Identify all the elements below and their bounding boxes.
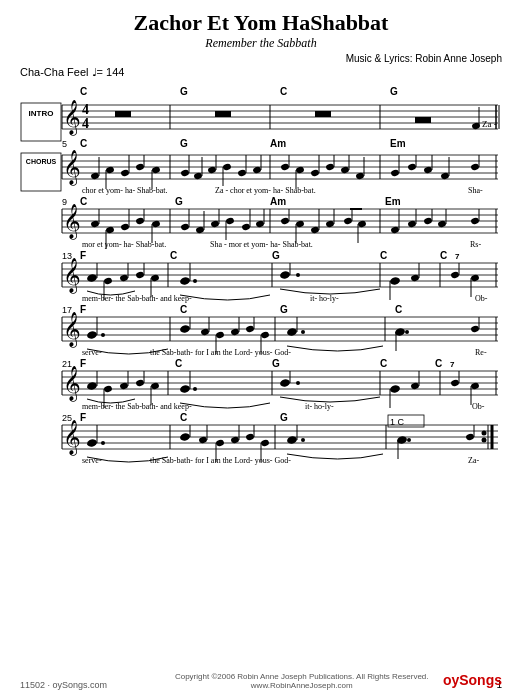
svg-text:Am: Am: [270, 138, 286, 149]
svg-text:mem-ber- the Sab-bath- and kee: mem-ber- the Sab-bath- and keep-: [82, 402, 192, 411]
svg-point-321: [245, 433, 254, 441]
svg-point-265: [103, 385, 112, 393]
main-title: Zachor Et Yom HaShabbat: [20, 10, 502, 36]
svg-text:C: C: [80, 196, 87, 207]
svg-text:𝄞: 𝄞: [63, 420, 81, 456]
svg-point-279: [389, 384, 400, 393]
svg-text:Rs-: Rs-: [470, 240, 481, 249]
svg-text:C: C: [380, 250, 387, 261]
oysongs-logo: oySongs: [443, 672, 502, 688]
svg-text:Re-: Re-: [475, 348, 487, 357]
svg-text:G: G: [280, 412, 288, 423]
svg-point-87: [470, 163, 479, 171]
svg-point-312: [101, 441, 105, 445]
svg-point-147: [423, 217, 432, 225]
svg-point-61: [222, 163, 231, 171]
title-section: Zachor Et Yom HaShabbat Remember the Sab…: [20, 10, 502, 51]
svg-text:G: G: [272, 250, 280, 261]
svg-point-67: [280, 163, 289, 171]
svg-text:Za-: Za-: [468, 456, 479, 465]
svg-text:Em: Em: [385, 196, 401, 207]
svg-text:CHORUS: CHORUS: [26, 158, 57, 165]
svg-text:G: G: [180, 86, 188, 97]
svg-point-310: [86, 438, 97, 447]
svg-point-81: [407, 163, 416, 171]
svg-text:INTRO: INTRO: [29, 109, 54, 118]
svg-point-181: [135, 271, 144, 279]
tempo-section: Cha-Cha Feel ♩= 144: [20, 66, 502, 79]
svg-rect-20: [115, 111, 131, 117]
svg-point-118: [180, 223, 189, 231]
svg-point-130: [280, 217, 289, 225]
svg-point-71: [310, 169, 319, 177]
svg-text:Am: Am: [270, 196, 286, 207]
svg-text:Ob-: Ob-: [472, 402, 485, 411]
svg-point-221: [179, 324, 190, 333]
svg-point-235: [301, 330, 305, 334]
svg-point-313: [179, 432, 190, 441]
svg-point-275: [193, 387, 197, 391]
svg-point-276: [279, 378, 290, 387]
svg-point-190: [296, 273, 300, 277]
svg-text:4: 4: [82, 102, 89, 117]
svg-point-218: [86, 330, 97, 339]
svg-text:𝄞: 𝄞: [63, 204, 81, 240]
svg-text:C: C: [180, 412, 187, 423]
svg-point-278: [296, 381, 300, 385]
svg-text:Sha-: Sha-: [468, 186, 483, 195]
svg-text:𝄞: 𝄞: [63, 312, 81, 348]
svg-text:G: G: [175, 196, 183, 207]
svg-point-229: [245, 325, 254, 333]
svg-point-49: [120, 169, 129, 177]
svg-text:5: 5: [62, 139, 67, 149]
svg-text:7: 7: [450, 360, 455, 369]
svg-rect-23: [415, 117, 431, 123]
svg-rect-21: [215, 111, 231, 117]
svg-point-138: [343, 217, 352, 225]
bottom-info: 11502 · oySongs.com Copyright ©2006 Robi…: [20, 672, 502, 690]
svg-point-73: [325, 163, 334, 171]
svg-point-239: [470, 325, 479, 333]
svg-point-188: [279, 270, 290, 279]
svg-text:G: G: [280, 304, 288, 315]
svg-point-220: [101, 333, 105, 337]
svg-point-151: [470, 217, 479, 225]
credits: Music & Lyrics: Robin Anne Joseph: [20, 53, 502, 64]
svg-text:mem-ber- the Sab-bath- and kee: mem-ber- the Sab-bath- and keep-: [82, 294, 192, 303]
svg-text:C: C: [170, 250, 177, 261]
svg-text:the Sab-bath- for I am the Lor: the Sab-bath- for I am the Lord- yous- G…: [150, 348, 291, 357]
svg-text:it- ho-ly-: it- ho-ly-: [310, 294, 339, 303]
svg-point-231: [260, 331, 269, 339]
svg-text:Ob-: Ob-: [475, 294, 488, 303]
svg-point-269: [135, 379, 144, 387]
catalog-number: 11502 · oySongs.com: [20, 680, 107, 690]
svg-point-126: [241, 223, 250, 231]
svg-point-79: [390, 169, 399, 177]
svg-point-309: [482, 438, 487, 443]
svg-rect-22: [315, 111, 331, 117]
svg-text:G: G: [272, 358, 280, 369]
svg-text:Em: Em: [390, 138, 406, 149]
svg-point-327: [301, 438, 305, 442]
svg-text:Za -: Za -: [482, 119, 497, 129]
svg-point-177: [103, 277, 112, 285]
svg-text:chor et yom- ha- Shab-bat.: chor et yom- ha- Shab-bat.: [82, 186, 168, 195]
subtitle: Remember the Sabbath: [20, 36, 502, 51]
svg-text:C: C: [175, 358, 182, 369]
svg-point-191: [389, 276, 400, 285]
svg-point-112: [120, 223, 129, 231]
svg-point-308: [482, 431, 487, 436]
svg-text:4: 4: [82, 116, 89, 131]
svg-text:𝄞: 𝄞: [63, 366, 81, 402]
svg-text:C: C: [435, 358, 442, 369]
svg-text:𝄞: 𝄞: [63, 150, 81, 186]
svg-point-225: [215, 331, 224, 339]
svg-text:𝄞: 𝄞: [63, 100, 81, 136]
svg-text:7: 7: [455, 252, 460, 261]
svg-point-195: [450, 271, 459, 279]
svg-text:C: C: [180, 304, 187, 315]
svg-text:𝄞: 𝄞: [63, 258, 81, 294]
svg-text:it- ho-ly-: it- ho-ly-: [305, 402, 334, 411]
svg-text:C: C: [280, 86, 287, 97]
svg-text:Sha - mor et yom- ha- Shab-bat: Sha - mor et yom- ha- Shab-bat.: [210, 240, 313, 249]
